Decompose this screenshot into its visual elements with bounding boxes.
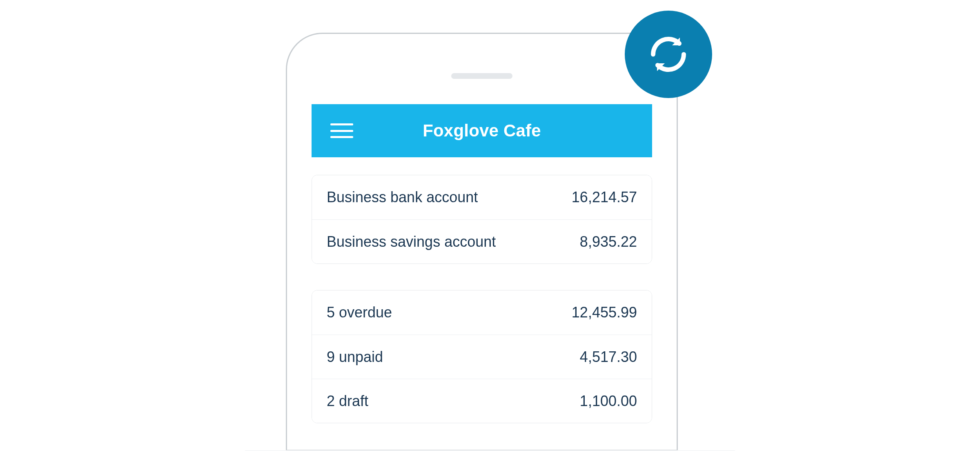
sync-icon — [644, 30, 693, 79]
invoice-value: 1,100.00 — [580, 393, 637, 410]
invoice-label: 2 draft — [327, 393, 368, 410]
app-header: Foxglove Cafe — [312, 104, 652, 157]
invoice-value: 12,455.99 — [572, 304, 637, 321]
sync-button[interactable] — [625, 11, 712, 98]
invoice-label: 9 unpaid — [327, 348, 383, 366]
account-row[interactable]: Business bank account 16,214.57 — [312, 175, 652, 219]
invoice-row[interactable]: 2 draft 1,100.00 — [312, 379, 652, 423]
app-title: Foxglove Cafe — [312, 121, 652, 141]
invoice-row[interactable]: 9 unpaid 4,517.30 — [312, 335, 652, 379]
invoices-card: 5 overdue 12,455.99 9 unpaid 4,517.30 2 … — [312, 290, 652, 423]
phone-frame: Foxglove Cafe Business bank account 16,2… — [286, 33, 678, 451]
invoice-row[interactable]: 5 overdue 12,455.99 — [312, 290, 652, 335]
account-row[interactable]: Business savings account 8,935.22 — [312, 219, 652, 263]
accounts-card: Business bank account 16,214.57 Business… — [312, 175, 652, 264]
account-value: 8,935.22 — [580, 233, 637, 250]
account-label: Business bank account — [327, 189, 478, 206]
dashboard-content: Business bank account 16,214.57 Business… — [312, 175, 652, 450]
invoice-value: 4,517.30 — [580, 348, 637, 366]
account-value: 16,214.57 — [572, 189, 637, 206]
invoice-label: 5 overdue — [327, 304, 392, 321]
phone-speaker — [451, 73, 512, 79]
account-label: Business savings account — [327, 233, 496, 250]
menu-icon[interactable] — [330, 123, 353, 138]
